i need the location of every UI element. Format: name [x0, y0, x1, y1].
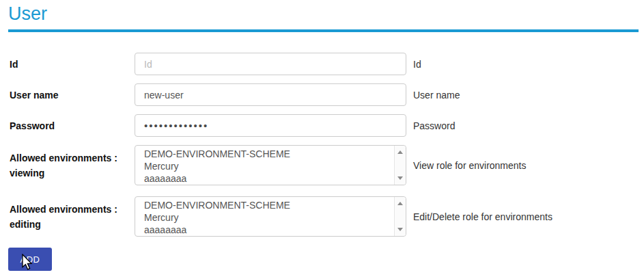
scroll-up-icon[interactable]	[397, 202, 403, 205]
env-viewing-listbox[interactable]: DEMO-ENVIRONMENT-SCHEME Mercury aaaaaaaa	[135, 145, 406, 185]
password-label: Password	[10, 118, 135, 133]
id-field-wrap	[135, 53, 406, 75]
form-row-id: Id Id	[10, 53, 644, 75]
id-input[interactable]	[135, 53, 406, 75]
env-editing-label-line1: Allowed environments :	[10, 204, 117, 215]
env-viewing-label: Allowed environments : viewing	[10, 150, 135, 181]
env-editing-hint-label: Edit/Delete role for environments	[413, 211, 552, 222]
scroll-down-icon[interactable]	[397, 176, 403, 180]
user-form-page: User Id Id User name User name Password …	[0, 3, 644, 271]
env-editing-listbox[interactable]: DEMO-ENVIRONMENT-SCHEME Mercury aaaaaaaa	[135, 196, 406, 237]
env-editing-label: Allowed environments : editing	[10, 202, 135, 232]
env-viewing-label-line1: Allowed environments :	[10, 153, 117, 163]
env-editing-label-line2: editing	[10, 219, 41, 230]
password-hint-label: Password	[413, 120, 455, 131]
env-viewing-option[interactable]: DEMO-ENVIRONMENT-SCHEME	[144, 148, 392, 160]
scroll-up-icon[interactable]	[397, 150, 403, 154]
env-viewing-option[interactable]: aaaaaaaa	[144, 172, 392, 185]
env-editing-option[interactable]: Mercury	[144, 211, 392, 224]
username-hint-label: User name	[413, 90, 460, 101]
form-row-username: User name User name	[10, 83, 644, 106]
username-input[interactable]	[135, 83, 406, 106]
password-field-wrap	[135, 114, 406, 137]
page-title: User	[8, 3, 644, 24]
title-divider	[8, 29, 639, 32]
env-viewing-field-wrap: DEMO-ENVIRONMENT-SCHEME Mercury aaaaaaaa	[135, 145, 406, 185]
add-button[interactable]: ADD	[8, 248, 52, 271]
id-hint-label: Id	[413, 59, 421, 70]
env-viewing-option[interactable]: Mercury	[144, 160, 392, 172]
env-viewing-label-line2: viewing	[10, 168, 44, 179]
env-editing-scrollbar[interactable]	[394, 197, 406, 236]
scroll-down-icon[interactable]	[397, 228, 403, 231]
env-viewing-hint-label: View role for environments	[413, 160, 526, 171]
user-form: Id Id User name User name Password Passw…	[10, 53, 644, 271]
form-row-env-viewing: Allowed environments : viewing DEMO-ENVI…	[10, 145, 644, 185]
env-viewing-scrollbar[interactable]	[394, 146, 406, 185]
form-row-env-editing: Allowed environments : editing DEMO-ENVI…	[10, 196, 644, 237]
env-editing-field-wrap: DEMO-ENVIRONMENT-SCHEME Mercury aaaaaaaa	[135, 196, 406, 237]
form-row-password: Password Password	[10, 114, 644, 137]
env-editing-option[interactable]: aaaaaaaa	[144, 224, 392, 236]
env-editing-option[interactable]: DEMO-ENVIRONMENT-SCHEME	[144, 199, 392, 211]
username-field-wrap	[135, 83, 406, 106]
password-input[interactable]	[135, 114, 406, 137]
id-label: Id	[10, 57, 135, 72]
username-label: User name	[10, 88, 135, 103]
